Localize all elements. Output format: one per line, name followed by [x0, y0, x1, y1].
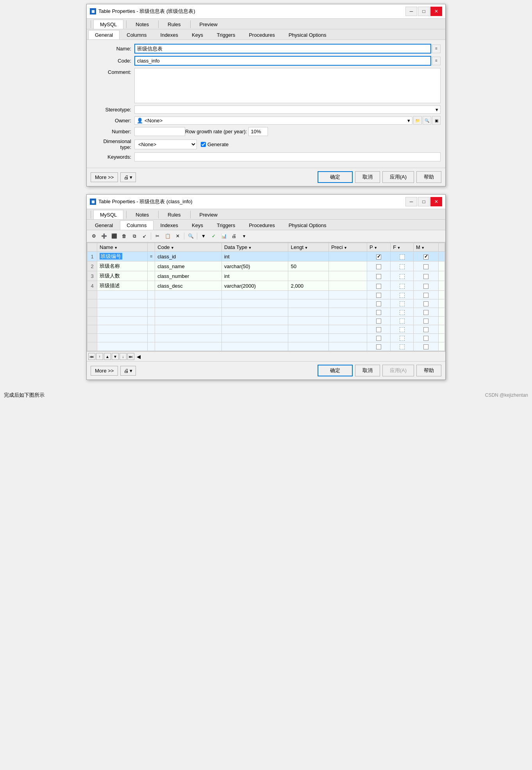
tab-notes-1[interactable]: Notes	[129, 20, 155, 29]
tab-procedures-2[interactable]: Procedures	[242, 220, 281, 230]
th-m[interactable]: M	[413, 243, 438, 252]
table-row[interactable]: 1 班级编号 = class_id int ✓ ✓	[87, 252, 445, 261]
tb-find-btn[interactable]: 🔍	[186, 232, 195, 240]
row2-code[interactable]: class_name	[155, 261, 222, 271]
row1-length[interactable]	[288, 252, 328, 261]
help-button-2[interactable]: 帮助	[416, 365, 441, 376]
minimize-button-2[interactable]: ─	[405, 197, 417, 206]
tb-insert-row-btn[interactable]: ⬛	[109, 232, 119, 240]
owner-btn3[interactable]: ▣	[432, 116, 441, 125]
row1-m[interactable]: ✓	[413, 252, 438, 261]
row3-p[interactable]	[367, 271, 391, 281]
th-preci[interactable]: Preci	[328, 243, 367, 252]
th-code[interactable]: Code	[155, 243, 222, 252]
tab-preview-1[interactable]: Preview	[193, 20, 224, 29]
tab-triggers-1[interactable]: Triggers	[210, 30, 242, 39]
tab-keys-2[interactable]: Keys	[185, 220, 210, 230]
tb-excel-btn[interactable]: 📊	[219, 232, 229, 240]
row3-name[interactable]: 班级人数	[97, 271, 148, 281]
th-f[interactable]: F	[391, 243, 414, 252]
owner-btn1[interactable]: 📁	[413, 116, 422, 125]
row4-m[interactable]	[413, 281, 438, 291]
close-button-1[interactable]: ✕	[430, 7, 442, 16]
row1-f[interactable]	[391, 252, 414, 261]
more-button-2[interactable]: More >>	[91, 366, 118, 376]
more-button-1[interactable]: More >>	[91, 172, 118, 182]
tab-general-1[interactable]: General	[88, 30, 120, 39]
apply-button-1[interactable]: 应用(A)	[382, 171, 414, 183]
tab-triggers-2[interactable]: Triggers	[210, 220, 242, 230]
tab-keys-1[interactable]: Keys	[185, 30, 210, 39]
generate-checkbox[interactable]	[201, 142, 206, 147]
apply-button-2[interactable]: 应用(A)	[382, 365, 414, 376]
table-row[interactable]: 3 班级人数 class_number int	[87, 271, 445, 281]
nav-down-btn[interactable]: ▼	[112, 353, 119, 360]
nav-prev-btn[interactable]: ↑	[96, 353, 103, 360]
row4-f[interactable]	[391, 281, 414, 291]
row3-code[interactable]: class_number	[155, 271, 222, 281]
tb-paste-btn[interactable]: 📋	[163, 232, 172, 240]
tb-arrow-btn[interactable]: ↙	[140, 232, 149, 240]
cancel-button-2[interactable]: 取消	[355, 365, 380, 376]
nav-last-btn[interactable]: ⏭	[127, 353, 134, 360]
tb-check-btn[interactable]: ✓	[209, 232, 218, 240]
name-input[interactable]	[134, 44, 431, 54]
code-btn[interactable]: =	[432, 57, 441, 65]
tb-delete-btn[interactable]: ✕	[173, 232, 182, 240]
row4-preci[interactable]	[328, 281, 367, 291]
keywords-input[interactable]	[134, 152, 441, 161]
row4-code[interactable]: class_desc	[155, 281, 222, 291]
dimensional-select[interactable]: <None>	[134, 140, 197, 149]
row1-p[interactable]: ✓	[367, 252, 391, 261]
th-length[interactable]: Lengt	[288, 243, 328, 252]
print-button-2[interactable]: 🖨 ▾	[120, 366, 136, 376]
code-input[interactable]	[134, 56, 431, 66]
print-button-1[interactable]: 🖨 ▾	[120, 172, 136, 182]
row1-preci[interactable]	[328, 252, 367, 261]
row3-length[interactable]	[288, 271, 328, 281]
tab-indexes-2[interactable]: Indexes	[154, 220, 185, 230]
row2-f[interactable]	[391, 261, 414, 271]
maximize-button-1[interactable]: □	[418, 7, 430, 16]
stereotype-dropdown-icon[interactable]: ▾	[436, 107, 438, 113]
table-wrapper[interactable]: Name Code Data Type Lengt Preci P F M 1 …	[87, 242, 445, 351]
tab-general-2[interactable]: General	[88, 220, 120, 230]
tb-add-row-btn[interactable]: ➕	[99, 232, 109, 240]
row4-p[interactable]	[367, 281, 391, 291]
tab-mysql-1[interactable]: MySQL	[93, 20, 123, 29]
close-button-2[interactable]: ✕	[430, 197, 442, 206]
tab-mysql-2[interactable]: MySQL	[93, 210, 123, 219]
tab-rules-2[interactable]: Rules	[161, 210, 187, 219]
maximize-button-2[interactable]: □	[418, 197, 430, 206]
row2-datatype[interactable]: varchar(50)	[221, 261, 288, 271]
tab-indexes-1[interactable]: Indexes	[154, 30, 185, 39]
nav-scroll-left[interactable]: ◀	[137, 354, 141, 360]
tab-notes-2[interactable]: Notes	[129, 210, 155, 219]
tb-properties-btn[interactable]: ⚙	[89, 232, 98, 240]
row2-p[interactable]	[367, 261, 391, 271]
growth-input[interactable]	[248, 127, 268, 136]
row4-name[interactable]: 班级描述	[97, 281, 148, 291]
row1-name[interactable]: 班级编号	[97, 252, 148, 261]
tab-physical-options-1[interactable]: Physical Options	[282, 30, 333, 39]
comment-textarea[interactable]	[134, 68, 441, 103]
row2-name[interactable]: 班级名称	[97, 261, 148, 271]
tb-print-drop-btn[interactable]: ▾	[239, 232, 249, 240]
tb-copy-btn[interactable]: ⧉	[130, 232, 139, 240]
owner-btn2[interactable]: 🔍	[423, 116, 431, 125]
th-name[interactable]: Name	[97, 243, 148, 252]
minimize-button-1[interactable]: ─	[405, 7, 417, 16]
nav-first-btn[interactable]: ⏮	[88, 353, 95, 360]
number-input[interactable]	[134, 127, 185, 136]
row4-datatype[interactable]: varchar(2000)	[221, 281, 288, 291]
nav-up-btn[interactable]: ▲	[104, 353, 111, 360]
table-row[interactable]: 2 班级名称 class_name varchar(50) 50	[87, 261, 445, 271]
th-p[interactable]: P	[367, 243, 391, 252]
owner-dropdown-icon[interactable]: ▾	[407, 118, 410, 124]
row4-length[interactable]: 2,000	[288, 281, 328, 291]
row2-m[interactable]	[413, 261, 438, 271]
tab-columns-1[interactable]: Columns	[120, 30, 153, 39]
tb-filter-btn[interactable]: ▼	[199, 232, 208, 240]
row1-code[interactable]: class_id	[155, 252, 222, 261]
row2-length[interactable]: 50	[288, 261, 328, 271]
